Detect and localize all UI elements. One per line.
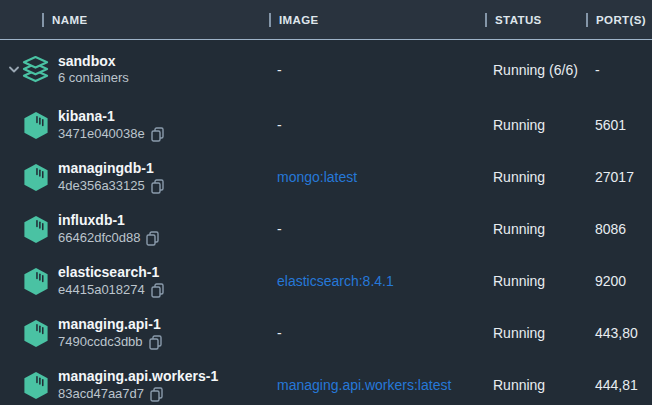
- copy-icon[interactable]: [151, 283, 164, 298]
- ports-cell: 27017: [586, 169, 652, 185]
- copy-icon[interactable]: [151, 179, 164, 194]
- container-icon: [22, 370, 49, 400]
- image-cell: -: [269, 117, 485, 133]
- container-name: managingdb-1: [58, 160, 164, 176]
- container-id: e4415a018274: [58, 283, 145, 298]
- container-id: 4de356a33125: [58, 179, 145, 194]
- compose-group-row[interactable]: sandbox 6 containers - Running (6/6) -: [0, 40, 652, 99]
- status-cell: Running: [485, 221, 586, 237]
- status-cell: Running: [485, 377, 586, 393]
- container-row[interactable]: influxdb-1 66462dfc0d88 - Running 8086: [0, 203, 652, 255]
- container-name: managing.api-1: [58, 316, 162, 332]
- container-row[interactable]: elasticsearch-1 e4415a018274 elasticsear…: [0, 255, 652, 307]
- group-name: sandbox: [58, 53, 129, 69]
- container-icon: [22, 318, 49, 348]
- status-cell: Running: [485, 325, 586, 341]
- column-header-ports: PORT(S): [586, 13, 652, 27]
- column-header-label: STATUS: [495, 14, 542, 26]
- container-id: 7490ccdc3dbb: [58, 335, 143, 350]
- name-cell: kibana-1 3471e040038e: [0, 108, 269, 141]
- copy-icon[interactable]: [151, 127, 164, 142]
- column-header-image: IMAGE: [269, 13, 485, 27]
- name-block: managing.api-1 7490ccdc3dbb: [58, 316, 162, 349]
- image-cell: -: [269, 62, 485, 78]
- container-name: kibana-1: [58, 108, 164, 124]
- image-cell: -: [269, 325, 485, 341]
- ports-cell: -: [586, 62, 652, 78]
- status-cell: Running: [485, 169, 586, 185]
- status-cell: Running (6/6): [485, 62, 586, 78]
- name-block: elasticsearch-1 e4415a018274: [58, 264, 164, 297]
- ports-cell: 443,80: [586, 325, 652, 341]
- container-row[interactable]: managing.api-1 7490ccdc3dbb - Running 44…: [0, 307, 652, 359]
- name-cell: managing.api.workers-1 83acd47aa7d7: [0, 368, 269, 401]
- image-cell: -: [269, 221, 485, 237]
- name-cell: sandbox 6 containers: [0, 53, 269, 86]
- container-icon: [22, 266, 49, 296]
- column-divider: [485, 13, 487, 27]
- name-cell: managing.api-1 7490ccdc3dbb: [0, 316, 269, 349]
- table-header: NAME IMAGE STATUS PORT(S): [0, 0, 652, 40]
- image-link[interactable]: managing.api.workers:latest: [269, 377, 485, 393]
- image-link[interactable]: mongo:latest: [269, 169, 485, 185]
- status-cell: Running: [485, 117, 586, 133]
- column-header-label: NAME: [52, 14, 87, 26]
- column-header-label: PORT(S): [596, 14, 646, 26]
- container-name: managing.api.workers-1: [58, 368, 218, 384]
- group-containers-count: 6 containers: [58, 71, 129, 86]
- name-cell: influxdb-1 66462dfc0d88: [0, 212, 269, 245]
- column-header-label: IMAGE: [279, 14, 319, 26]
- name-block: managingdb-1 4de356a33125: [58, 160, 164, 193]
- container-name: elasticsearch-1: [58, 264, 164, 280]
- container-id: 66462dfc0d88: [58, 231, 140, 246]
- ports-cell: 8086: [586, 221, 652, 237]
- container-id: 3471e040038e: [58, 127, 145, 142]
- column-header-name: NAME: [0, 13, 269, 27]
- image-link[interactable]: elasticsearch:8.4.1: [269, 273, 485, 289]
- column-divider: [586, 13, 588, 27]
- name-block: kibana-1 3471e040038e: [58, 108, 164, 141]
- ports-cell: 5601: [586, 117, 652, 133]
- container-icon: [22, 214, 49, 244]
- container-name: influxdb-1: [58, 212, 159, 228]
- name-block: sandbox 6 containers: [58, 53, 129, 86]
- container-id: 83acd47aa7d7: [58, 387, 144, 402]
- name-block: influxdb-1 66462dfc0d88: [58, 212, 159, 245]
- table-body: sandbox 6 containers - Running (6/6) -: [0, 40, 652, 405]
- name-block: managing.api.workers-1 83acd47aa7d7: [58, 368, 218, 401]
- container-icon: [22, 110, 49, 140]
- copy-icon[interactable]: [146, 231, 159, 246]
- ports-cell: 444,81: [586, 377, 652, 393]
- containers-table: NAME IMAGE STATUS PORT(S): [0, 0, 652, 405]
- chevron-down-icon[interactable]: [6, 66, 22, 73]
- column-header-status: STATUS: [485, 13, 586, 27]
- container-row[interactable]: kibana-1 3471e040038e - Running 5601: [0, 99, 652, 151]
- container-row[interactable]: managing.api.workers-1 83acd47aa7d7 mana…: [0, 359, 652, 405]
- copy-icon[interactable]: [149, 335, 162, 350]
- name-cell: managingdb-1 4de356a33125: [0, 160, 269, 193]
- column-divider: [42, 13, 44, 27]
- ports-cell: 9200: [586, 273, 652, 289]
- container-row[interactable]: managingdb-1 4de356a33125 mongo:latest R…: [0, 151, 652, 203]
- stack-icon: [22, 55, 49, 85]
- column-divider: [269, 13, 271, 27]
- container-icon: [22, 162, 49, 192]
- copy-icon[interactable]: [150, 387, 163, 402]
- name-cell: elasticsearch-1 e4415a018274: [0, 264, 269, 297]
- status-cell: Running: [485, 273, 586, 289]
